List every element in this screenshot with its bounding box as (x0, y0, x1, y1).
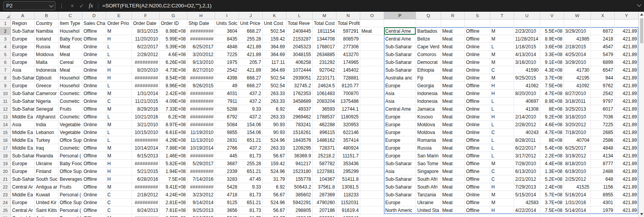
cell-P6[interactable]: Sub-Saharar (384, 58, 416, 66)
cell-R14[interactable]: Meat (441, 121, 465, 129)
cell-N25[interactable]: 91619.4 (336, 206, 360, 214)
cell-N15[interactable]: 622146 (336, 129, 360, 136)
row-header-5[interactable]: 5 (0, 51, 11, 58)
row-header-6[interactable]: 6 (0, 58, 11, 66)
cell-S4[interactable]: Online (465, 43, 490, 51)
cell-A1[interactable]: Region (11, 19, 35, 27)
row-header-26[interactable]: 26 (0, 214, 11, 217)
cell-F16[interactable]: ######### (132, 136, 160, 144)
cell-I6[interactable]: 1975 (215, 58, 239, 66)
row-header-7[interactable]: 7 (0, 66, 11, 74)
cell-P4[interactable]: Sub-Saharar (384, 43, 416, 51)
cell-L14[interactable]: 783241 (286, 121, 313, 129)
cell-J25[interactable]: 81.73 (239, 206, 263, 214)
cell-T17[interactable]: L (490, 144, 514, 152)
cell-Q8[interactable]: Fiji (416, 74, 441, 82)
cell-E3[interactable]: H (106, 35, 132, 43)
cell-W9[interactable]: 41092 (564, 82, 591, 90)
cell-Y26[interactable] (615, 214, 639, 217)
cell-F21[interactable]: 6/28/2016 (132, 175, 160, 183)
column-header-R[interactable]: R (441, 12, 465, 19)
cell-C14[interactable]: Vegetable (59, 121, 82, 129)
cell-B14[interactable]: India (35, 121, 59, 129)
row-header-4[interactable]: 4 (0, 43, 11, 51)
cell-X23[interactable]: 8955 (591, 191, 615, 199)
cell-I24[interactable]: 9125 (215, 199, 239, 206)
cell-N3[interactable]: 808579 (336, 35, 360, 43)
cell-O1[interactable] (360, 19, 384, 27)
cell-D17[interactable]: Offline (82, 144, 106, 152)
column-header-B[interactable]: B (35, 12, 59, 19)
cell-M20[interactable]: 1227881 (313, 168, 336, 175)
cell-F26[interactable]: ######### (132, 214, 160, 217)
cell-X12[interactable]: 6017 (591, 105, 615, 113)
cell-P16[interactable]: Europe (384, 136, 416, 144)
cell-K22[interactable]: 6.92 (263, 183, 286, 191)
cell-G4[interactable]: 5.39E+08 (160, 43, 187, 51)
cell-S5[interactable]: Online (465, 51, 490, 58)
cell-T6[interactable]: M (490, 58, 514, 66)
cell-B19[interactable]: Ukraine (35, 160, 59, 168)
cell-D19[interactable]: Offline (82, 160, 106, 168)
cell-G26[interactable]: 8.35E+08 (160, 214, 187, 217)
cell-L19[interactable]: 941217 (286, 160, 313, 168)
cell-E6[interactable]: M (106, 58, 132, 66)
cell-X21[interactable]: 648 (591, 175, 615, 183)
cell-A8[interactable]: Sub-Sahar (11, 74, 35, 82)
cell-D23[interactable]: Online (82, 191, 106, 199)
cell-K14[interactable]: 90.93 (263, 121, 286, 129)
cell-W14[interactable]: 3/20/2012 (564, 121, 591, 129)
cell-W2[interactable]: 3/29/2010 (564, 27, 591, 35)
cell-S18[interactable]: Offline (465, 152, 490, 160)
cell-Y4[interactable]: 421.89 (615, 43, 639, 51)
cell-I5[interactable]: 7225 (215, 51, 239, 58)
cell-N20[interactable]: 295299 (336, 168, 360, 175)
cell-Y16[interactable]: 421.89 (615, 136, 639, 144)
cell-Q6[interactable]: Democrat (416, 58, 441, 66)
cell-E13[interactable]: L (106, 113, 132, 121)
cell-N7[interactable]: 145402 (336, 66, 360, 74)
cell-T11[interactable]: L (490, 97, 514, 105)
cell-Y15[interactable]: 421.89 (615, 129, 639, 136)
cell-N14[interactable]: 320953 (336, 121, 360, 129)
cell-F20[interactable]: 5/21/2015 (132, 168, 160, 175)
row-header-9[interactable]: 9 (0, 82, 11, 90)
cell-A3[interactable]: Europe (11, 35, 35, 43)
cell-A24[interactable]: Europe (11, 199, 35, 206)
cell-Y8[interactable]: 421.89 (615, 74, 639, 82)
cell-W3[interactable]: 41985 (564, 35, 591, 43)
cell-N11[interactable]: 1375486 (336, 97, 360, 105)
column-header-Q[interactable]: Q (416, 12, 441, 19)
cell-C19[interactable]: Baby Fooc (59, 160, 82, 168)
cell-W6[interactable]: 3/29/2010 (564, 58, 591, 66)
cell-H24[interactable]: 9/14/2014 (187, 199, 215, 206)
column-header-W[interactable]: W (564, 12, 591, 19)
cell-M23[interactable]: 267369 (313, 191, 336, 199)
cell-H10[interactable]: ######### (187, 90, 215, 97)
cell-A13[interactable]: Middle Ea (11, 113, 35, 121)
cell-K12[interactable]: 6.92 (263, 105, 286, 113)
cell-L8[interactable]: 2939051 (286, 74, 313, 82)
cell-P26[interactable] (384, 214, 416, 217)
cell-M15[interactable]: 896115 (313, 129, 336, 136)
column-header-Y[interactable]: Y (615, 12, 639, 19)
cell-K11[interactable]: 263.33 (263, 97, 286, 105)
column-header-K[interactable]: K (263, 12, 286, 19)
cell-P5[interactable]: Sub-Saharar (384, 51, 416, 58)
cell-M14[interactable]: 462288 (313, 121, 336, 129)
cell-H6[interactable]: 9/13/2010 (187, 58, 215, 66)
cell-Q19[interactable]: Sao Tome (416, 160, 441, 168)
cell-C2[interactable]: Househol (59, 27, 82, 35)
cell-B9[interactable]: Greece (35, 82, 59, 90)
cell-P18[interactable]: Europe (384, 152, 416, 160)
cell-K24[interactable]: 524.96 (263, 199, 286, 206)
cell-W1[interactable] (564, 19, 591, 27)
cell-B18[interactable]: Rwanda (35, 152, 59, 160)
cell-Q23[interactable]: Tanzania (416, 191, 441, 199)
cell-O5[interactable] (360, 51, 384, 58)
cell-U3[interactable]: 11/28/2014 (514, 35, 540, 43)
cell-J17[interactable]: 437.2 (239, 144, 263, 152)
cell-V18[interactable]: 2.2E+08 (540, 152, 564, 160)
cell-U9[interactable]: 41062 (514, 82, 540, 90)
cell-W26[interactable] (564, 214, 591, 217)
